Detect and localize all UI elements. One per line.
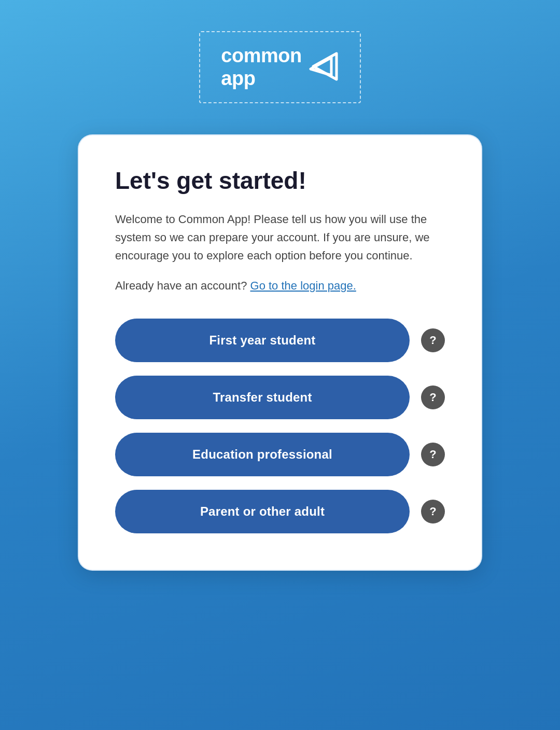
option-row-parent: Parent or other adult ? [115,490,445,533]
option-row-transfer: Transfer student ? [115,376,445,419]
login-link[interactable]: Go to the login page. [250,279,356,292]
options-list: First year student ? Transfer student ? … [115,319,445,533]
option-row-education-professional: Education professional ? [115,433,445,476]
transfer-student-help-icon[interactable]: ? [421,385,445,409]
page-title: Let's get started! [115,167,445,195]
login-prompt-line: Already have an account? Go to the login… [115,279,445,293]
common-app-logo-icon [308,48,339,87]
logo-container: common app [199,31,360,103]
education-professional-help-icon[interactable]: ? [421,443,445,466]
transfer-student-button[interactable]: Transfer student [115,376,410,419]
logo-text: common app [221,45,301,90]
logo-line1: common [221,45,301,66]
parent-other-adult-button[interactable]: Parent or other adult [115,490,410,533]
card-description: Welcome to Common App! Please tell us ho… [115,210,445,265]
education-professional-button[interactable]: Education professional [115,433,410,476]
first-year-student-help-icon[interactable]: ? [421,328,445,352]
main-card: Let's get started! Welcome to Common App… [78,134,482,571]
first-year-student-button[interactable]: First year student [115,319,410,362]
logo-line2: app [221,67,255,89]
svg-marker-1 [311,58,331,75]
parent-other-adult-help-icon[interactable]: ? [421,500,445,524]
login-prompt-text: Already have an account? [115,279,247,292]
option-row-first-year: First year student ? [115,319,445,362]
